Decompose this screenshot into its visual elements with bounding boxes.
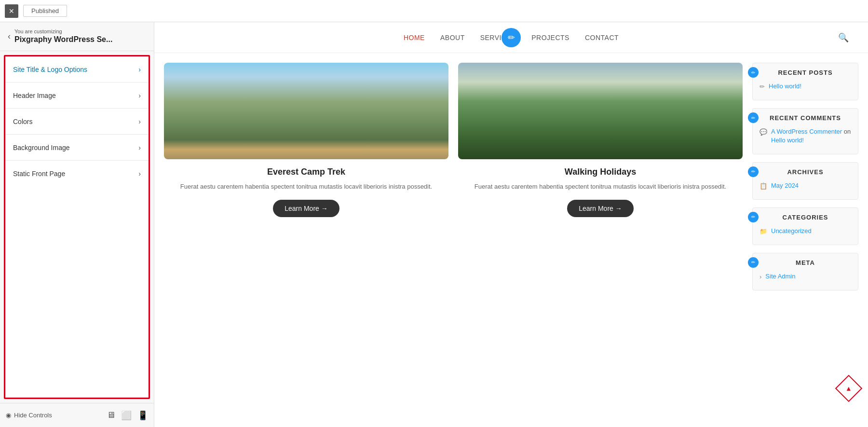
comment-text: A WordPress Commenter on Hello world! (771, 127, 851, 145)
chevron-right-icon: › (138, 118, 141, 125)
folder-icon: 📁 (760, 227, 767, 236)
mobile-icon[interactable]: 📱 (137, 410, 148, 421)
sidebar-footer: ◉ Hide Controls 🖥 ⬜ 📱 (0, 403, 154, 427)
sidebar-header-info: You are customizing Pixgraphy WordPress … (14, 28, 112, 45)
chevron-right-icon: › (138, 66, 141, 73)
categories-item: 📁 Uncategorized (760, 227, 851, 236)
learn-more-button-everest[interactable]: Learn More → (273, 200, 339, 217)
chevron-right-icon: › (138, 144, 141, 152)
meta-item: › Site Admin (760, 272, 851, 281)
device-icons: 🖥 ⬜ 📱 (107, 410, 148, 421)
commenter-name[interactable]: A WordPress Commenter (771, 128, 842, 135)
sidebar-item-site-title-logo[interactable]: Site Title & Logo Options › (5, 56, 149, 83)
nav-item-about[interactable]: ABOUT (440, 34, 465, 41)
sidebar-header: ‹ You are customizing Pixgraphy WordPres… (0, 22, 154, 51)
close-button[interactable]: ✕ (5, 4, 18, 18)
sidebar-item-background-image[interactable]: Background Image › (5, 135, 149, 161)
theme-name: Pixgraphy WordPress Se... (14, 35, 112, 45)
post-image-walking (458, 63, 743, 159)
hide-controls-label: Hide Controls (14, 412, 52, 419)
archives-widget: ✏ ARCHIVES 📋 May 2024 (752, 162, 858, 200)
site-logo: ✏ (502, 28, 521, 47)
category-link[interactable]: Uncategorized (771, 227, 812, 235)
sidebar-item-header-image[interactable]: Header Image › (5, 83, 149, 109)
main-layout: ‹ You are customizing Pixgraphy WordPres… (0, 22, 868, 427)
categories-title: CATEGORIES (760, 214, 851, 221)
archives-title: ARCHIVES (760, 168, 851, 176)
archives-edit-btn[interactable]: ✏ (748, 166, 759, 177)
hide-controls-button[interactable]: ◉ Hide Controls (6, 412, 52, 419)
post-title-walking: Walking Holidays (464, 167, 737, 177)
back-button[interactable]: ‹ You are customizing Pixgraphy WordPres… (8, 28, 146, 45)
up-arrow-icon: ▲ (845, 385, 852, 392)
menu-item-label: Site Title & Logo Options (13, 66, 87, 73)
recent-comments-item: 💬 A WordPress Commenter on Hello world! (760, 127, 851, 145)
customizing-label: You are customizing (14, 28, 112, 35)
sidebar-item-static-front-page[interactable]: Static Front Page › (5, 161, 149, 187)
recent-posts-edit-btn[interactable]: ✏ (748, 67, 759, 78)
preview-area: ✏ HOMEABOUTSERVICESPROJECTSCONTACT 🔍 Eve… (154, 22, 868, 427)
tablet-icon[interactable]: ⬜ (121, 410, 132, 421)
menu-item-label: Static Front Page (13, 170, 65, 178)
recent-posts-item: ✏ Hello world! (760, 82, 851, 91)
nav-item-home[interactable]: HOME (404, 34, 425, 41)
post-card-walking: Walking Holidays Fuerat aestu carentem h… (458, 63, 743, 225)
archive-icon: 📋 (760, 182, 767, 191)
sidebar-item-colors[interactable]: Colors › (5, 109, 149, 135)
chevron-icon: › (760, 273, 761, 281)
categories-edit-btn[interactable]: ✏ (748, 212, 759, 222)
published-button[interactable]: Published (23, 5, 67, 17)
chevron-right-icon: › (138, 92, 141, 99)
comment-icon: 💬 (760, 128, 767, 137)
menu-item-label: Background Image (13, 144, 70, 152)
recent-comments-edit-btn[interactable]: ✏ (748, 112, 759, 123)
site-header: ✏ HOMEABOUTSERVICESPROJECTSCONTACT 🔍 (154, 22, 868, 53)
back-arrow-icon: ‹ (8, 31, 11, 41)
recent-posts-title: RECENT POSTS (760, 69, 851, 76)
meta-link[interactable]: Site Admin (765, 272, 795, 281)
post-body-walking: Walking Holidays Fuerat aestu carentem h… (458, 159, 743, 225)
customizer-menu: Site Title & Logo Options › Header Image… (4, 55, 150, 399)
desktop-icon[interactable]: 🖥 (107, 410, 115, 421)
recent-comments-widget: ✏ RECENT COMMENTS 💬 A WordPress Commente… (752, 108, 858, 154)
archives-item: 📋 May 2024 (760, 181, 851, 191)
recent-posts-widget: ✏ RECENT POSTS ✏ Hello world! (752, 63, 858, 100)
categories-widget: ✏ CATEGORIES 📁 Uncategorized (752, 207, 858, 245)
post-image-everest (164, 63, 448, 159)
customizer-sidebar: ‹ You are customizing Pixgraphy WordPres… (0, 22, 154, 427)
nav-item-projects[interactable]: PROJECTS (531, 34, 570, 41)
recent-comments-title: RECENT COMMENTS (760, 114, 851, 122)
chevron-right-icon: › (138, 170, 141, 178)
recent-posts-link[interactable]: Hello world! (769, 82, 801, 91)
post-card-everest: Everest Camp Trek Fuerat aestu carentem … (164, 63, 448, 225)
comment-on: on (844, 128, 851, 135)
post-title-everest: Everest Camp Trek (170, 167, 443, 177)
posts-grid: Everest Camp Trek Fuerat aestu carentem … (164, 63, 743, 225)
post-body-everest: Everest Camp Trek Fuerat aestu carentem … (164, 159, 448, 225)
menu-item-label: Header Image (13, 92, 56, 99)
learn-more-button-walking[interactable]: Learn More → (567, 200, 633, 217)
meta-edit-btn[interactable]: ✏ (748, 257, 759, 268)
eye-icon: ◉ (6, 412, 11, 419)
search-icon[interactable]: 🔍 (838, 32, 849, 43)
top-bar: ✕ Published (0, 0, 868, 22)
site-content: Everest Camp Trek Fuerat aestu carentem … (154, 53, 868, 427)
pencil-icon: ✏ (760, 83, 765, 91)
menu-item-label: Colors (13, 118, 32, 125)
meta-title: META (760, 259, 851, 266)
nav-item-contact[interactable]: CONTACT (585, 34, 619, 41)
meta-widget: ✏ META › Site Admin (752, 253, 858, 290)
posts-area: Everest Camp Trek Fuerat aestu carentem … (164, 63, 743, 417)
comment-post-link[interactable]: Hello world! (771, 137, 804, 144)
widget-sidebar: ✏ RECENT POSTS ✏ Hello world! ✏ RECENT C… (752, 63, 858, 417)
post-excerpt-walking: Fuerat aestu carentem habentia spectent … (464, 182, 737, 192)
archive-link[interactable]: May 2024 (771, 181, 799, 190)
post-excerpt-everest: Fuerat aestu carentem habentia spectent … (170, 182, 443, 192)
